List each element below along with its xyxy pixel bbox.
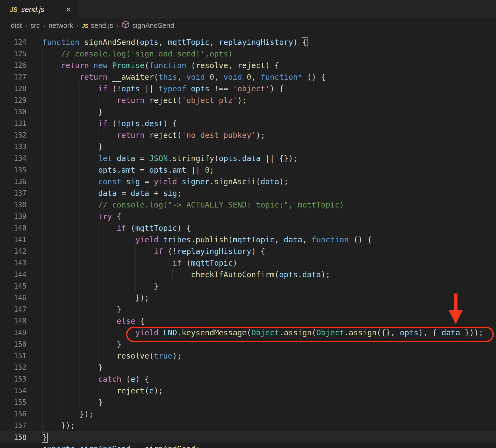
line-number[interactable]: 154 bbox=[0, 385, 27, 397]
code-line-155[interactable]: 155 } bbox=[0, 397, 496, 408]
line-number[interactable]: 149 bbox=[0, 327, 27, 339]
line-number[interactable]: 151 bbox=[0, 350, 27, 362]
code-text: // console.log("-> ACTUALLY SEND: topic:… bbox=[42, 199, 344, 211]
code-line-124[interactable]: 124function signAndSend(opts, mqttTopic,… bbox=[0, 36, 496, 48]
line-number[interactable]: 138 bbox=[0, 199, 27, 211]
code-line-127[interactable]: 127 return __awaiter(this, void 0, void … bbox=[0, 71, 496, 83]
code-line-141[interactable]: 141 yield tribes.publish(mqttTopic, data… bbox=[0, 234, 496, 246]
line-number[interactable]: 132 bbox=[0, 129, 27, 141]
code-line-147[interactable]: 147 } bbox=[0, 304, 496, 315]
code-line-135[interactable]: 135 opts.amt = opts.amt || 0; bbox=[0, 164, 496, 176]
code-text: } bbox=[42, 432, 47, 443]
code-text: if (mqttTopic) bbox=[42, 257, 237, 269]
code-line-151[interactable]: 151 resolve(true); bbox=[0, 350, 496, 362]
line-number[interactable]: 158 bbox=[0, 432, 27, 443]
code-text: // console.log('sign and send!',opts) bbox=[42, 48, 233, 60]
code-line-128[interactable]: 128 if (!opts || typeof opts !== 'object… bbox=[0, 83, 496, 95]
code-line-134[interactable]: 134 let data = JSON.stringify(opts.data … bbox=[0, 153, 496, 164]
bracket-match-highlight: { bbox=[302, 38, 307, 47]
line-number[interactable]: 133 bbox=[0, 141, 27, 153]
code-line-partial[interactable]: exports.signAndSend = signAndSend; bbox=[0, 443, 496, 448]
code-line-156[interactable]: 156 }); bbox=[0, 408, 496, 420]
code-text: } bbox=[42, 397, 103, 408]
code-line-143[interactable]: 143 if (mqttTopic) bbox=[0, 257, 496, 269]
code-line-142[interactable]: 142 if (!replayingHistory) { bbox=[0, 246, 496, 257]
line-number[interactable]: 139 bbox=[0, 211, 27, 222]
code-line-136[interactable]: 136 const sig = yield signer.signAscii(d… bbox=[0, 176, 496, 188]
code-line-152[interactable]: 152 } bbox=[0, 362, 496, 373]
line-number[interactable]: 135 bbox=[0, 164, 27, 176]
code-line-154[interactable]: 154 reject(e); bbox=[0, 385, 496, 397]
line-number[interactable]: 146 bbox=[0, 292, 27, 304]
code-line-131[interactable]: 131 if (!opts.dest) { bbox=[0, 118, 496, 129]
code-line-133[interactable]: 133 } bbox=[0, 141, 496, 153]
code-text: try { bbox=[42, 211, 121, 222]
breadcrumb-item-network[interactable]: network bbox=[48, 21, 73, 30]
breadcrumb-item-dist[interactable]: dist bbox=[11, 21, 22, 30]
line-number[interactable]: 127 bbox=[0, 71, 27, 83]
code-line-149[interactable]: 149 yield LND.keysendMessage(Object.assi… bbox=[0, 327, 496, 339]
line-number[interactable]: 129 bbox=[0, 95, 27, 106]
breadcrumb-item-signAndSend[interactable]: signAndSend bbox=[122, 20, 174, 31]
line-number[interactable]: 125 bbox=[0, 48, 27, 60]
line-number[interactable]: 142 bbox=[0, 246, 27, 257]
code-line-140[interactable]: 140 if (mqttTopic) { bbox=[0, 222, 496, 234]
line-number[interactable]: 137 bbox=[0, 188, 27, 199]
line-number[interactable]: 156 bbox=[0, 408, 27, 420]
code-line-139[interactable]: 139 try { bbox=[0, 211, 496, 222]
code-line-153[interactable]: 153 catch (e) { bbox=[0, 373, 496, 385]
line-number[interactable]: 153 bbox=[0, 373, 27, 385]
line-number[interactable]: 126 bbox=[0, 60, 27, 71]
tab-send-js[interactable]: JS send.js ✕ bbox=[0, 0, 78, 19]
line-number[interactable]: 147 bbox=[0, 304, 27, 315]
code-line-150[interactable]: 150 } bbox=[0, 339, 496, 350]
line-number[interactable]: 143 bbox=[0, 257, 27, 269]
code-line-146[interactable]: 146 }); bbox=[0, 292, 496, 304]
code-line-129[interactable]: 129 return reject('object plz'); bbox=[0, 95, 496, 106]
line-number[interactable]: 152 bbox=[0, 362, 27, 373]
breadcrumb-item-sendjs[interactable]: JSsend.js bbox=[82, 21, 113, 30]
line-number[interactable]: 150 bbox=[0, 339, 27, 350]
line-number[interactable]: 148 bbox=[0, 315, 27, 327]
line-number[interactable]: 131 bbox=[0, 118, 27, 129]
line-number[interactable]: 124 bbox=[0, 36, 27, 48]
code-line-125[interactable]: 125 // console.log('sign and send!',opts… bbox=[0, 48, 496, 60]
code-line-157[interactable]: 157 }); bbox=[0, 420, 496, 432]
code-line-158[interactable]: 158} bbox=[0, 432, 496, 443]
code-line-148[interactable]: 148 else { bbox=[0, 315, 496, 327]
breadcrumb-label: network bbox=[48, 21, 73, 29]
line-number[interactable]: 140 bbox=[0, 222, 27, 234]
line-number[interactable]: 136 bbox=[0, 176, 27, 188]
vscode-editor-window: { "tab": { "badge": "JS", "title": "send… bbox=[0, 0, 496, 448]
code-line-137[interactable]: 137 data = data + sig; bbox=[0, 188, 496, 199]
breadcrumb-item-src[interactable]: src bbox=[30, 21, 40, 30]
code-line-145[interactable]: 145 } bbox=[0, 280, 496, 292]
code-text: return reject('object plz'); bbox=[42, 95, 247, 106]
line-number[interactable]: 128 bbox=[0, 83, 27, 95]
line-number[interactable]: 130 bbox=[0, 106, 27, 118]
line-number[interactable]: 141 bbox=[0, 234, 27, 246]
code-text: resolve(true); bbox=[42, 350, 182, 362]
code-text: } bbox=[42, 362, 103, 373]
breadcrumb-label: send.js bbox=[91, 21, 113, 29]
code-line-132[interactable]: 132 return reject('no dest pubkey'); bbox=[0, 129, 496, 141]
code-text: reject(e); bbox=[42, 385, 163, 397]
code-line-130[interactable]: 130 } bbox=[0, 106, 496, 118]
code-text: opts.amt = opts.amt || 0; bbox=[42, 164, 214, 176]
breadcrumb-label: dist bbox=[11, 21, 22, 29]
line-number[interactable]: 134 bbox=[0, 153, 27, 164]
code-text: else { bbox=[42, 315, 145, 327]
code-line-126[interactable]: 126 return new Promise(function (resolve… bbox=[0, 60, 496, 71]
line-number[interactable]: 155 bbox=[0, 397, 27, 408]
code-area[interactable]: 124function signAndSend(opts, mqttTopic,… bbox=[0, 32, 496, 448]
close-icon[interactable]: ✕ bbox=[65, 6, 71, 13]
breadcrumb-separator: › bbox=[73, 22, 82, 29]
code-text: }); bbox=[42, 292, 149, 304]
line-number[interactable]: 145 bbox=[0, 280, 27, 292]
code-line-144[interactable]: 144 checkIfAutoConfirm(opts.data); bbox=[0, 269, 496, 280]
code-text: data = data + sig; bbox=[42, 188, 182, 199]
code-line-138[interactable]: 138 // console.log("-> ACTUALLY SEND: to… bbox=[0, 199, 496, 211]
line-number[interactable]: 144 bbox=[0, 269, 27, 280]
code-text: return reject('no dest pubkey'); bbox=[42, 129, 265, 141]
line-number[interactable]: 157 bbox=[0, 420, 27, 432]
